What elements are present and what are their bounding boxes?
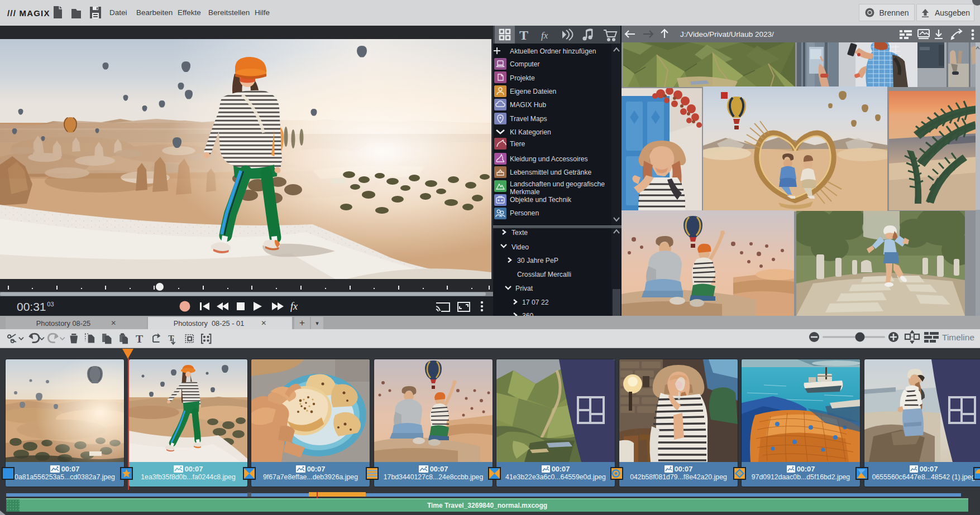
svg-text:Objekte und Technik: Objekte und Technik [510,196,572,204]
svg-text:360: 360 [522,312,534,316]
svg-text:Eigene Dateien: Eigene Dateien [510,88,556,95]
svg-text:J:/Video/Privat/Urlaub 2023/: J:/Video/Privat/Urlaub 2023/ [680,30,774,38]
svg-text:Landschaften und geografische: Landschaften und geografische [510,180,605,188]
svg-text:Crosslauf Mercalli: Crosslauf Mercalli [517,271,571,278]
svg-text:fx: fx [541,30,548,41]
svg-text:KI Kategorien: KI Kategorien [510,128,551,136]
svg-text:Tiere: Tiere [510,140,525,148]
svg-text:17 07 22: 17 07 22 [522,299,549,306]
svg-text:Projekte: Projekte [510,74,535,82]
svg-text:fx: fx [290,301,298,312]
svg-text:Computer: Computer [510,60,540,68]
svg-text:T: T [519,28,528,42]
svg-text:30 Jahre PeP: 30 Jahre PeP [517,257,558,264]
svg-text:Lebensmittel und Getränke: Lebensmittel und Getränke [510,169,592,176]
svg-text:Travel Maps: Travel Maps [510,115,547,123]
svg-text:Personen: Personen [510,209,539,217]
svg-text:Video: Video [511,243,529,251]
svg-text:Kleidung und Accessoires: Kleidung und Accessoires [510,155,588,163]
svg-text:Merkmale: Merkmale [510,188,540,196]
svg-text:T: T [136,333,143,345]
svg-text:Aktuellen Ordner hinzufügen: Aktuellen Ordner hinzufügen [510,47,596,55]
svg-text:Timeline: Timeline [942,333,974,342]
svg-text:MAGIX Hub: MAGIX Hub [510,101,546,109]
svg-text:Texte: Texte [511,229,528,237]
svg-text:Privat: Privat [515,285,533,292]
